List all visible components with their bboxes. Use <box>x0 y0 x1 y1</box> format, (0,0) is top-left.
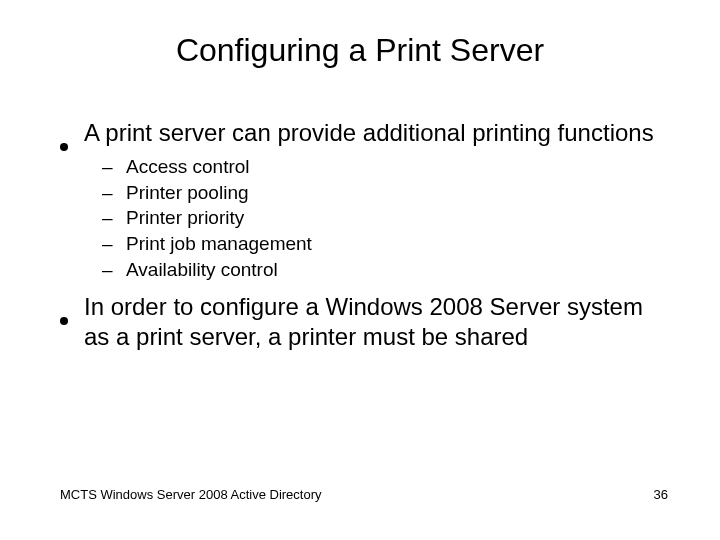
sub-bullet-item: – Availability control <box>102 257 670 283</box>
bullet-item: In order to configure a Windows 2008 Ser… <box>60 292 670 352</box>
dash-icon: – <box>102 154 126 180</box>
dash-icon: – <box>102 180 126 206</box>
footer-text: MCTS Windows Server 2008 Active Director… <box>60 487 322 502</box>
sub-bullet-item: – Printer priority <box>102 205 670 231</box>
sub-bullet-text: Print job management <box>126 231 312 257</box>
sub-bullet-list: – Access control – Printer pooling – Pri… <box>60 154 670 282</box>
sub-bullet-text: Availability control <box>126 257 278 283</box>
bullet-text: In order to configure a Windows 2008 Ser… <box>84 292 670 352</box>
sub-bullet-text: Access control <box>126 154 250 180</box>
sub-bullet-item: – Print job management <box>102 231 670 257</box>
sub-bullet-item: – Access control <box>102 154 670 180</box>
slide-title: Configuring a Print Server <box>0 32 720 69</box>
sub-bullet-text: Printer pooling <box>126 180 249 206</box>
bullet-dot-icon <box>60 292 84 352</box>
dash-icon: – <box>102 257 126 283</box>
bullet-dot-icon <box>60 118 84 148</box>
bullet-text: A print server can provide additional pr… <box>84 118 654 148</box>
sub-bullet-text: Printer priority <box>126 205 244 231</box>
slide-body: A print server can provide additional pr… <box>60 118 670 358</box>
dash-icon: – <box>102 231 126 257</box>
slide: Configuring a Print Server A print serve… <box>0 0 720 540</box>
dash-icon: – <box>102 205 126 231</box>
sub-bullet-item: – Printer pooling <box>102 180 670 206</box>
bullet-item: A print server can provide additional pr… <box>60 118 670 148</box>
page-number: 36 <box>654 487 668 502</box>
